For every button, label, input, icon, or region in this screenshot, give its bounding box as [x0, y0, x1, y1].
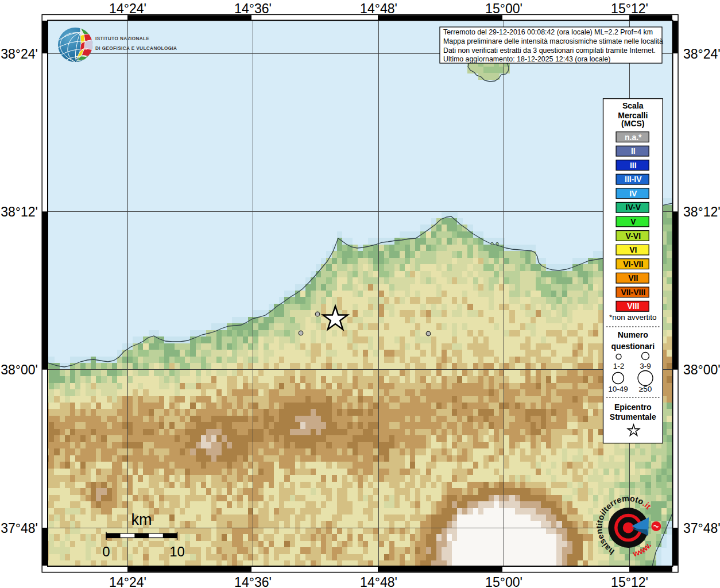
svg-text:38°24': 38°24' — [1, 47, 38, 61]
svg-text:Ultimo aggiornamento: 18-12-20: Ultimo aggiornamento: 18-12-2025 12:43 (… — [443, 55, 610, 63]
svg-text:VII-VIII: VII-VIII — [621, 288, 645, 297]
svg-text:IV-V: IV-V — [626, 203, 641, 212]
svg-text:38°00': 38°00' — [1, 362, 38, 377]
svg-text:VI: VI — [629, 245, 637, 254]
svg-text:VII: VII — [628, 273, 638, 283]
svg-text:III-IV: III-IV — [625, 175, 642, 184]
svg-text:*non avvertito: *non avvertito — [609, 313, 657, 322]
svg-text:15°12': 15°12' — [611, 575, 648, 588]
svg-text:14°36': 14°36' — [234, 575, 272, 588]
svg-text:III: III — [630, 161, 637, 170]
svg-text:km: km — [131, 511, 152, 528]
svg-text:Numero: Numero — [618, 330, 648, 339]
svg-text:37°48': 37°48' — [683, 521, 720, 536]
svg-text:ISTITUTO NAZIONALE: ISTITUTO NAZIONALE — [95, 36, 150, 41]
svg-text:V-VI: V-VI — [626, 231, 641, 241]
svg-text:Mappa preliminare delle intens: Mappa preliminare delle intensità macros… — [443, 37, 663, 45]
svg-text:38°00': 38°00' — [683, 362, 720, 377]
svg-text:Dati non verificati estratti d: Dati non verificati estratti da 3 questi… — [443, 47, 656, 55]
svg-text:IV: IV — [629, 189, 637, 198]
svg-text:(MCS): (MCS) — [621, 119, 644, 128]
svg-text:10-49: 10-49 — [608, 385, 628, 393]
svg-text:15°00': 15°00' — [485, 1, 522, 16]
svg-text:15°00': 15°00' — [485, 575, 522, 588]
svg-text:VIII: VIII — [627, 301, 639, 311]
svg-text:38°12': 38°12' — [1, 204, 38, 219]
svg-text:questionari: questionari — [611, 342, 655, 351]
svg-text:38°24': 38°24' — [683, 47, 720, 61]
svg-text:Scala: Scala — [622, 101, 644, 110]
svg-text:14°36': 14°36' — [234, 1, 272, 16]
svg-text:II: II — [631, 146, 636, 156]
svg-text:Terremoto del 29-12-2016 00:08: Terremoto del 29-12-2016 00:08:42 (ora l… — [443, 28, 653, 36]
svg-text:Strumentale: Strumentale — [610, 412, 656, 421]
svg-text:0: 0 — [102, 544, 110, 559]
svg-text:3-9: 3-9 — [640, 362, 651, 370]
svg-text:14°24': 14°24' — [109, 575, 146, 588]
svg-text:Epicentro: Epicentro — [614, 403, 652, 412]
svg-text:≥50: ≥50 — [639, 385, 652, 393]
svg-text:10: 10 — [169, 544, 185, 559]
svg-text:DI GEOFISICA E VULCANOLOGIA: DI GEOFISICA E VULCANOLOGIA — [95, 46, 177, 51]
svg-text:38°12': 38°12' — [683, 204, 720, 219]
svg-text:n.a.*: n.a.* — [625, 133, 642, 142]
svg-text:15°12': 15°12' — [611, 1, 648, 16]
svg-text:VI-VII: VI-VII — [623, 260, 643, 269]
svg-text:V: V — [630, 217, 636, 226]
svg-text:14°48': 14°48' — [360, 1, 397, 16]
svg-text:37°48': 37°48' — [1, 521, 38, 536]
svg-text:14°24': 14°24' — [109, 1, 146, 16]
svg-text:1-2: 1-2 — [613, 362, 625, 370]
svg-text:14°48': 14°48' — [360, 575, 397, 588]
